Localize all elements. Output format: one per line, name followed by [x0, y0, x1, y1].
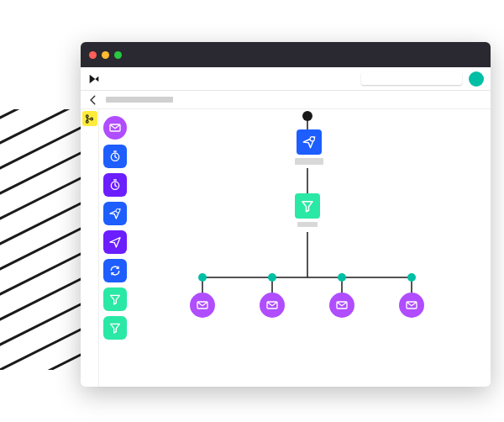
palette-timer-icon[interactable]: [103, 145, 127, 168]
node-mail[interactable]: [260, 293, 285, 318]
node-mail[interactable]: [190, 293, 215, 318]
palette-mail-icon[interactable]: [103, 116, 127, 140]
rail-workflow-icon[interactable]: [82, 111, 97, 126]
avatar[interactable]: [469, 71, 484, 87]
branch-dot: [198, 273, 207, 282]
topbar: [81, 67, 491, 91]
palette-filter-icon[interactable]: [103, 316, 127, 340]
node-palette: [99, 109, 131, 387]
nav-rail: [81, 109, 99, 387]
svg-line-1: [0, 109, 84, 168]
node-label: [295, 158, 323, 165]
node-filter[interactable]: [295, 193, 320, 227]
branch-dot: [268, 273, 276, 282]
palette-refresh-icon[interactable]: [103, 259, 127, 282]
breadcrumb-bar: [81, 91, 491, 109]
branch-dot: [407, 273, 416, 282]
svg-point-14: [91, 118, 93, 120]
filter-icon: [295, 193, 320, 219]
back-button[interactable]: [87, 94, 99, 106]
node-mail[interactable]: [399, 293, 424, 318]
zoom-icon[interactable]: [114, 51, 122, 59]
palette-send-timer-icon[interactable]: [103, 202, 127, 225]
app-logo-icon[interactable]: [87, 72, 101, 86]
minimize-icon[interactable]: [102, 51, 109, 59]
close-icon[interactable]: [89, 51, 97, 59]
titlebar[interactable]: [81, 42, 491, 67]
palette-timer-icon[interactable]: [103, 173, 127, 197]
breadcrumb: [106, 97, 173, 103]
palette-send-icon[interactable]: [103, 230, 127, 254]
palette-filter-icon[interactable]: [103, 287, 127, 311]
svg-line-10: [0, 328, 84, 370]
search-input[interactable]: [361, 72, 462, 85]
mail-icon: [190, 293, 215, 318]
svg-line-11: [0, 353, 84, 370]
node-send-timer[interactable]: [295, 129, 323, 165]
branch-dot: [338, 273, 346, 282]
svg-point-27: [310, 137, 314, 141]
app-window: [81, 42, 491, 387]
svg-point-12: [86, 114, 88, 117]
node-mail[interactable]: [329, 293, 354, 318]
workflow-canvas[interactable]: [131, 109, 491, 387]
svg-point-13: [86, 120, 88, 123]
mail-icon: [329, 293, 354, 318]
mail-icon: [260, 293, 285, 318]
send-timer-icon: [297, 129, 322, 155]
mail-icon: [399, 293, 424, 318]
start-node[interactable]: [302, 111, 312, 121]
svg-point-18: [116, 208, 120, 213]
node-label: [297, 222, 318, 227]
